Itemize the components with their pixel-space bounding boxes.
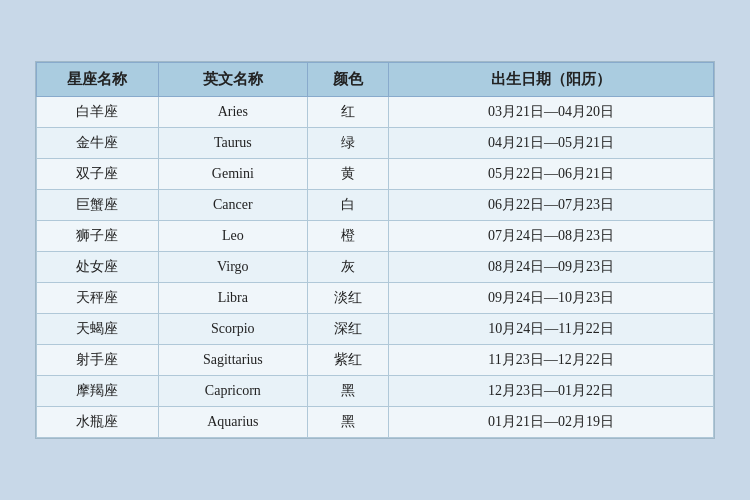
zodiac-table: 星座名称 英文名称 颜色 出生日期（阳历） 白羊座Aries红03月21日—04…: [36, 62, 714, 438]
cell-color: 黑: [307, 376, 388, 407]
cell-chinese: 双子座: [37, 159, 159, 190]
header-chinese-name: 星座名称: [37, 63, 159, 97]
cell-english: Gemini: [158, 159, 307, 190]
table-row: 白羊座Aries红03月21日—04月20日: [37, 97, 714, 128]
cell-color: 黑: [307, 407, 388, 438]
cell-date: 03月21日—04月20日: [389, 97, 714, 128]
cell-chinese: 天秤座: [37, 283, 159, 314]
cell-date: 09月24日—10月23日: [389, 283, 714, 314]
cell-date: 05月22日—06月21日: [389, 159, 714, 190]
table-row: 处女座Virgo灰08月24日—09月23日: [37, 252, 714, 283]
header-birthday: 出生日期（阳历）: [389, 63, 714, 97]
cell-english: Leo: [158, 221, 307, 252]
cell-date: 11月23日—12月22日: [389, 345, 714, 376]
cell-chinese: 金牛座: [37, 128, 159, 159]
cell-chinese: 天蝎座: [37, 314, 159, 345]
table-body: 白羊座Aries红03月21日—04月20日金牛座Taurus绿04月21日—0…: [37, 97, 714, 438]
zodiac-table-container: 星座名称 英文名称 颜色 出生日期（阳历） 白羊座Aries红03月21日—04…: [35, 61, 715, 439]
cell-date: 10月24日—11月22日: [389, 314, 714, 345]
cell-english: Taurus: [158, 128, 307, 159]
table-row: 巨蟹座Cancer白06月22日—07月23日: [37, 190, 714, 221]
cell-english: Aries: [158, 97, 307, 128]
cell-color: 红: [307, 97, 388, 128]
cell-english: Aquarius: [158, 407, 307, 438]
cell-date: 12月23日—01月22日: [389, 376, 714, 407]
cell-color: 淡红: [307, 283, 388, 314]
cell-color: 白: [307, 190, 388, 221]
cell-english: Cancer: [158, 190, 307, 221]
header-color: 颜色: [307, 63, 388, 97]
cell-date: 08月24日—09月23日: [389, 252, 714, 283]
cell-date: 04月21日—05月21日: [389, 128, 714, 159]
cell-color: 黄: [307, 159, 388, 190]
cell-date: 06月22日—07月23日: [389, 190, 714, 221]
cell-chinese: 巨蟹座: [37, 190, 159, 221]
cell-chinese: 狮子座: [37, 221, 159, 252]
cell-date: 01月21日—02月19日: [389, 407, 714, 438]
cell-color: 深红: [307, 314, 388, 345]
table-header-row: 星座名称 英文名称 颜色 出生日期（阳历）: [37, 63, 714, 97]
table-row: 水瓶座Aquarius黑01月21日—02月19日: [37, 407, 714, 438]
cell-english: Capricorn: [158, 376, 307, 407]
table-row: 金牛座Taurus绿04月21日—05月21日: [37, 128, 714, 159]
cell-english: Virgo: [158, 252, 307, 283]
table-row: 摩羯座Capricorn黑12月23日—01月22日: [37, 376, 714, 407]
cell-color: 绿: [307, 128, 388, 159]
table-row: 天秤座Libra淡红09月24日—10月23日: [37, 283, 714, 314]
cell-english: Sagittarius: [158, 345, 307, 376]
cell-chinese: 摩羯座: [37, 376, 159, 407]
cell-chinese: 白羊座: [37, 97, 159, 128]
cell-english: Scorpio: [158, 314, 307, 345]
cell-chinese: 处女座: [37, 252, 159, 283]
cell-chinese: 射手座: [37, 345, 159, 376]
cell-date: 07月24日—08月23日: [389, 221, 714, 252]
cell-chinese: 水瓶座: [37, 407, 159, 438]
table-row: 狮子座Leo橙07月24日—08月23日: [37, 221, 714, 252]
table-row: 天蝎座Scorpio深红10月24日—11月22日: [37, 314, 714, 345]
cell-color: 灰: [307, 252, 388, 283]
cell-color: 紫红: [307, 345, 388, 376]
cell-color: 橙: [307, 221, 388, 252]
cell-english: Libra: [158, 283, 307, 314]
table-row: 双子座Gemini黄05月22日—06月21日: [37, 159, 714, 190]
table-row: 射手座Sagittarius紫红11月23日—12月22日: [37, 345, 714, 376]
header-english-name: 英文名称: [158, 63, 307, 97]
